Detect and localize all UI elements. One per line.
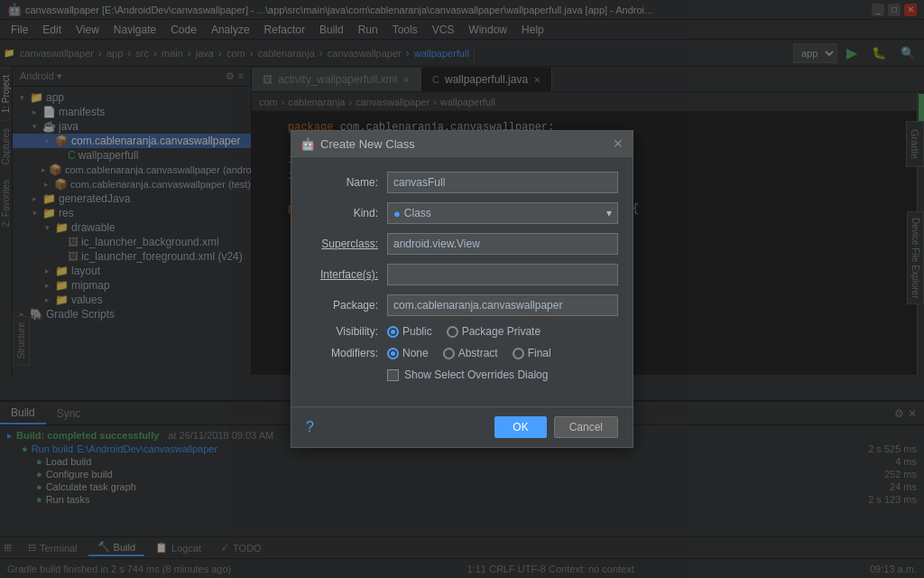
dialog-footer: ? OK Cancel	[291, 406, 633, 447]
ok-button[interactable]: OK	[494, 416, 546, 438]
visibility-private-dot	[447, 326, 458, 338]
kind-value: ● Class	[393, 207, 431, 220]
visibility-label: Visibility:	[306, 325, 387, 338]
cancel-button[interactable]: Cancel	[554, 416, 618, 438]
visibility-public-label: Public	[402, 325, 432, 338]
modifiers-label: Modifiers:	[306, 347, 387, 359]
dialog-title-content: 🤖 Create New Class	[300, 137, 415, 151]
checkbox-row-overrides: Show Select Overrides Dialog	[387, 368, 618, 381]
modifier-none-dot	[387, 348, 399, 359]
dialog-buttons: OK Cancel	[494, 416, 618, 438]
modifier-final-label: Final	[528, 347, 551, 359]
modifier-abstract-dot	[443, 348, 455, 359]
kind-label: Kind:	[306, 207, 387, 219]
interfaces-label: Interface(s):	[306, 268, 387, 281]
visibility-public-dot	[387, 326, 399, 338]
dialog-overlay: 🤖 Create New Class ✕ Name: Kind: ● Class	[0, 0, 924, 578]
overrides-checkbox[interactable]	[387, 369, 399, 381]
superclass-label: Superclass:	[306, 238, 387, 250]
form-row-interfaces: Interface(s):	[306, 264, 618, 285]
help-icon[interactable]: ?	[306, 419, 314, 435]
package-input[interactable]	[387, 294, 618, 316]
form-row-visibility: Visibility: Public Package Private	[306, 325, 618, 338]
modifier-none-label: None	[402, 347, 429, 359]
modifier-abstract-label: Abstract	[458, 347, 498, 359]
package-label: Package:	[306, 299, 387, 312]
superclass-input[interactable]	[387, 233, 618, 255]
kind-radio-icon: ●	[393, 207, 401, 220]
form-row-name: Name:	[306, 172, 618, 193]
name-input[interactable]	[387, 172, 618, 193]
dialog-close-button[interactable]: ✕	[613, 136, 624, 151]
kind-text: Class	[404, 207, 431, 219]
modifiers-radio-group: None Abstract Final	[387, 347, 551, 359]
form-row-superclass: Superclass:	[306, 233, 618, 255]
create-new-class-dialog: 🤖 Create New Class ✕ Name: Kind: ● Class	[291, 130, 633, 448]
interfaces-input[interactable]	[387, 264, 618, 285]
overrides-label: Show Select Overrides Dialog	[404, 368, 548, 381]
form-row-package: Package:	[306, 294, 618, 316]
visibility-radio-group: Public Package Private	[387, 325, 541, 338]
kind-select[interactable]: ● Class ▾	[387, 202, 618, 224]
dialog-title-bar: 🤖 Create New Class ✕	[291, 131, 633, 157]
dialog-title-icon: 🤖	[300, 137, 315, 151]
dialog-body: Name: Kind: ● Class ▾ Superclass:	[291, 157, 633, 406]
modifier-final-dot	[513, 348, 524, 359]
modifier-none[interactable]: None	[387, 347, 429, 359]
name-label: Name:	[306, 176, 387, 189]
form-row-kind: Kind: ● Class ▾	[306, 202, 618, 224]
form-row-modifiers: Modifiers: None Abstract Final	[306, 347, 618, 359]
visibility-private-label: Package Private	[462, 325, 541, 338]
modifier-final[interactable]: Final	[513, 347, 551, 359]
kind-dropdown-icon: ▾	[606, 207, 612, 219]
visibility-public[interactable]: Public	[387, 325, 432, 338]
visibility-package-private[interactable]: Package Private	[447, 325, 541, 338]
dialog-title-text: Create New Class	[320, 137, 415, 151]
modifier-abstract[interactable]: Abstract	[443, 347, 498, 359]
